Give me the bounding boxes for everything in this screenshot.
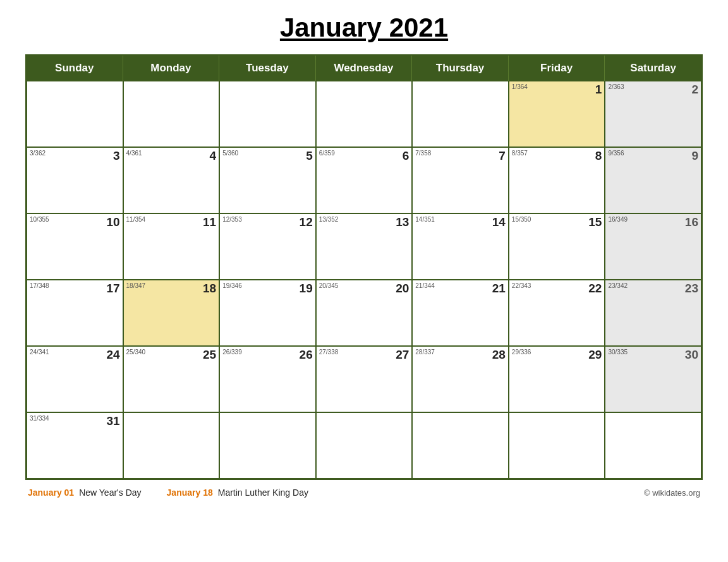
day-number: 18 (203, 282, 216, 296)
day-number: 2 (691, 83, 698, 97)
day-cell: 7/3587 (412, 147, 509, 213)
day-number: 30 (685, 348, 698, 362)
day-cell: 24/34124 (27, 346, 123, 412)
day-counter: 22/343 (512, 282, 531, 289)
day-cell (412, 81, 509, 147)
page-title: January 2021 (280, 13, 448, 43)
day-number: 23 (685, 282, 698, 296)
day-counter: 19/346 (222, 282, 242, 289)
day-counter: 25/340 (126, 349, 146, 356)
day-cell: 29/33629 (509, 346, 605, 412)
day-cell: 9/3569 (605, 147, 701, 213)
day-cell: 1/3641 (509, 81, 605, 147)
day-counter: 13/352 (319, 216, 339, 223)
day-cell: 20/34520 (316, 280, 413, 346)
holiday-name: New Year's Day (79, 487, 141, 498)
header-day-friday: Friday (509, 56, 605, 81)
day-counter: 28/337 (415, 349, 435, 356)
day-cell (219, 81, 316, 147)
day-cell: 6/3596 (316, 147, 413, 213)
day-counter: 4/361 (126, 150, 142, 157)
day-cell: 23/34223 (605, 280, 701, 346)
day-number: 16 (685, 215, 698, 229)
day-counter: 20/345 (319, 282, 339, 289)
day-counter: 21/344 (415, 282, 435, 289)
holiday-date: January 01 (28, 487, 74, 498)
day-cell: 13/35213 (316, 213, 413, 280)
holiday-item: January 01New Year's Day (28, 487, 142, 498)
day-cell: 2/3632 (605, 81, 701, 147)
day-number: 15 (588, 215, 602, 229)
day-number: 19 (300, 282, 313, 296)
day-number: 17 (106, 282, 119, 296)
day-number: 11 (203, 215, 216, 229)
day-number: 4 (210, 149, 217, 163)
day-number: 25 (203, 348, 216, 362)
holidays-list: January 01New Year's DayJanuary 18Martin… (28, 487, 308, 498)
day-counter: 30/335 (608, 349, 628, 356)
day-counter: 10/355 (30, 216, 49, 223)
day-counter: 26/339 (222, 349, 242, 356)
holiday-item: January 18Martin Luther King Day (167, 487, 308, 498)
day-cell: 16/34916 (605, 213, 701, 280)
day-cell: 11/35411 (123, 213, 220, 280)
day-counter: 5/360 (222, 150, 238, 157)
footer: January 01New Year's DayJanuary 18Martin… (25, 487, 703, 498)
day-cell: 21/34421 (412, 280, 509, 346)
day-number: 24 (106, 348, 119, 362)
day-cell: 10/35510 (27, 213, 123, 280)
day-cell (123, 81, 220, 147)
day-counter: 29/336 (512, 349, 531, 356)
day-number: 26 (300, 348, 313, 362)
day-number: 29 (588, 348, 602, 362)
day-cell: 25/34025 (123, 346, 220, 412)
day-cell: 19/34619 (219, 280, 316, 346)
day-counter: 27/338 (319, 349, 339, 356)
day-counter: 2/363 (608, 83, 624, 90)
holiday-date: January 18 (167, 487, 213, 498)
day-cell: 27/33827 (316, 346, 413, 412)
day-counter: 6/359 (319, 150, 335, 157)
calendar-grid: 1/36412/36323/36234/36145/36056/35967/35… (27, 81, 701, 479)
holiday-name: Martin Luther King Day (218, 487, 308, 498)
day-cell (219, 412, 316, 479)
day-cell: 15/35015 (509, 213, 605, 280)
day-counter: 8/357 (512, 150, 528, 157)
day-cell: 4/3614 (123, 147, 220, 213)
day-cell: 5/3605 (219, 147, 316, 213)
day-counter: 3/362 (30, 150, 46, 157)
day-counter: 31/334 (30, 415, 49, 422)
day-number: 1 (595, 83, 602, 97)
day-number: 5 (306, 149, 313, 163)
day-counter: 11/354 (126, 216, 146, 223)
day-number: 8 (595, 149, 602, 163)
day-number: 6 (403, 149, 410, 163)
header-day-thursday: Thursday (412, 56, 509, 81)
day-cell: 28/33728 (412, 346, 509, 412)
header-day-sunday: Sunday (27, 56, 123, 81)
day-cell (412, 412, 509, 479)
day-number: 31 (106, 414, 119, 428)
calendar-header: SundayMondayTuesdayWednesdayThursdayFrid… (27, 56, 701, 81)
day-number: 10 (106, 215, 119, 229)
day-counter: 16/349 (608, 216, 628, 223)
day-cell: 12/35312 (219, 213, 316, 280)
day-counter: 9/356 (608, 150, 624, 157)
day-number: 12 (300, 215, 313, 229)
header-day-monday: Monday (123, 56, 220, 81)
header-day-wednesday: Wednesday (316, 56, 413, 81)
day-number: 7 (499, 149, 506, 163)
day-cell (27, 81, 123, 147)
day-cell: 26/33926 (219, 346, 316, 412)
header-day-saturday: Saturday (605, 56, 701, 81)
day-number: 20 (396, 282, 409, 296)
day-cell (509, 412, 605, 479)
day-cell: 8/3578 (509, 147, 605, 213)
copyright: © wikidates.org (644, 488, 700, 498)
day-counter: 1/364 (512, 83, 528, 90)
day-number: 14 (492, 215, 506, 229)
day-number: 27 (396, 348, 409, 362)
day-counter: 23/342 (608, 282, 628, 289)
day-cell (316, 412, 413, 479)
day-counter: 18/347 (126, 282, 146, 289)
